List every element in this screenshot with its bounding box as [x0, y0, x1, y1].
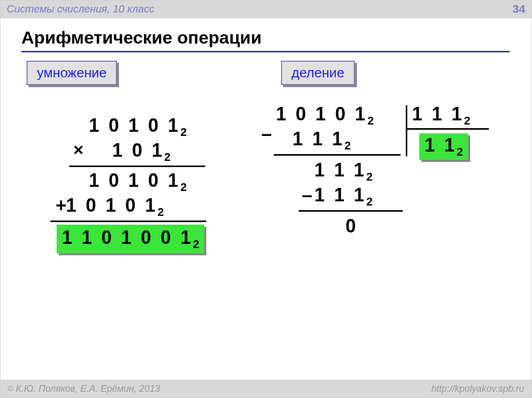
mul-operand2-base: 2: [164, 150, 170, 163]
mul-result-value: 1 1 0 1 0 0 1: [62, 227, 193, 248]
label-division: деление: [281, 61, 355, 85]
footer-copyright: © К.Ю. Поляков, Е.А. Ерёмин, 2013: [8, 383, 160, 394]
div-rem1-value: 1 1 1: [314, 159, 366, 181]
mul-operand2: 1 0 12: [112, 140, 170, 164]
mul-partial1-base: 2: [180, 181, 187, 194]
div-rem1-base: 2: [366, 170, 373, 183]
div-sub1-value: 1 1 1: [292, 128, 344, 149]
div-sub2-value: 1 1 1: [314, 184, 366, 205]
mul-partial1-value: 1 0 1 0 1: [89, 170, 180, 191]
mul-partial2-base: 2: [157, 205, 164, 218]
header-bar: Системы счисления, 10 класс 34: [1, 1, 531, 18]
div-sub2: 1 1 12: [314, 184, 373, 209]
div-vertical-line: [406, 105, 407, 156]
div-rem1: 1 1 12: [314, 159, 373, 184]
div-divisor-value: 1 1 1: [412, 103, 464, 125]
div-dividend-base: 2: [367, 114, 374, 127]
div-dividend: 1 0 1 0 12: [276, 103, 374, 128]
div-quotient-line: [406, 128, 489, 130]
header-title: Системы счисления, 10 класс: [7, 3, 154, 15]
mul-operand2-value: 1 0 1: [112, 140, 164, 161]
mul-operand1: 1 0 1 0 12: [89, 115, 187, 139]
div-dividend-value: 1 0 1 0 1: [276, 103, 367, 125]
content-area: умножение деление 1 0 1 0 12 × 1 0 12 1 …: [1, 58, 531, 380]
div-quotient-base: 2: [457, 145, 463, 158]
div-minus-1: –: [261, 123, 272, 145]
div-line-2: [299, 210, 403, 212]
div-sub2-base: 2: [366, 195, 373, 208]
div-line-1: [274, 154, 401, 156]
footer-url: http://kpolyakov.spb.ru: [431, 383, 524, 394]
div-quotient: 1 12: [419, 133, 468, 160]
div-divisor: 1 1 12: [412, 103, 470, 128]
mul-partial2: 1 0 1 0 12: [66, 195, 164, 219]
footer-bar: © К.Ю. Поляков, Е.А. Ерёмин, 2013 http:/…: [1, 380, 531, 397]
div-divisor-base: 2: [464, 114, 470, 127]
div-rem2: 0: [345, 215, 356, 237]
div-sub1-base: 2: [344, 139, 351, 152]
mul-line-1: [69, 166, 205, 167]
slide: Системы счисления, 10 класс 34 Арифметич…: [0, 0, 532, 398]
copyright-icon: ©: [8, 385, 13, 393]
page-title: Арифметические операции: [21, 28, 510, 52]
mul-operand1-base: 2: [180, 126, 187, 139]
div-minus-2: –: [302, 184, 312, 206]
mul-line-2: [50, 221, 206, 222]
mul-operator: ×: [73, 140, 84, 160]
mul-operand1-value: 1 0 1 0 1: [89, 115, 180, 136]
page-number: 34: [513, 3, 525, 16]
div-quotient-value: 1 1: [424, 134, 457, 156]
mul-partial2-value: 1 0 1 0 1: [66, 195, 157, 216]
mul-result: 1 1 0 1 0 0 12: [57, 225, 204, 253]
mul-plus: +: [56, 195, 66, 216]
div-sub1: 1 1 12: [292, 128, 351, 153]
mul-result-base: 2: [193, 238, 199, 251]
label-multiplication: умножение: [26, 61, 117, 85]
mul-partial1: 1 0 1 0 12: [89, 170, 187, 194]
footer-copyright-text: К.Ю. Поляков, Е.А. Ерёмин, 2013: [16, 383, 160, 394]
